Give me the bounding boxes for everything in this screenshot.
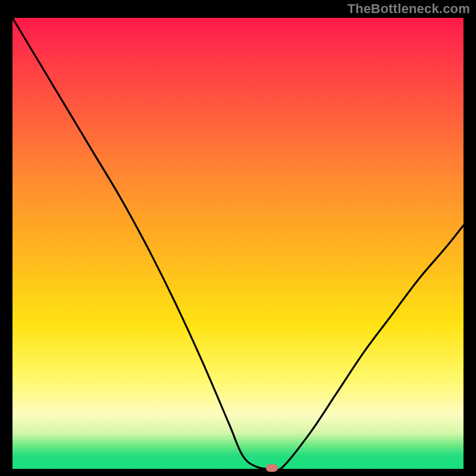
attribution-label: TheBottleneck.com — [347, 1, 470, 17]
bottleneck-curve — [12, 18, 464, 469]
plot-area — [12, 18, 464, 469]
optimal-point-marker — [266, 464, 278, 472]
chart-frame: TheBottleneck.com — [0, 0, 476, 476]
